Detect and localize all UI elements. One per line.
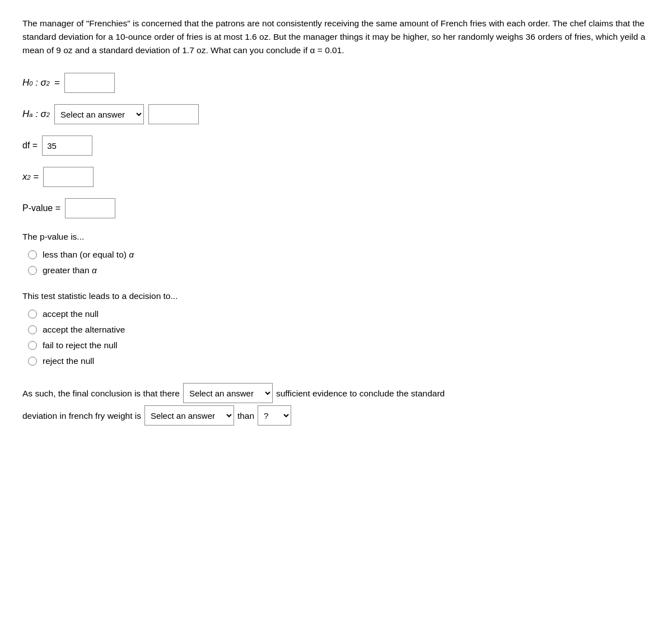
- pvalue-label: P-value =: [22, 203, 60, 213]
- decision-question-label: This test statistic leads to a decision …: [22, 291, 650, 301]
- decision-option-reject-null[interactable]: reject the null: [28, 356, 650, 366]
- conclusion-middle: sufficient evidence to conclude the stan…: [276, 385, 445, 402]
- decision-fail-reject-label: fail to reject the null: [43, 340, 118, 350]
- ha-row: Ha : σ2 Select an answer < > ≠ = ≤ ≥: [22, 104, 650, 124]
- decision-option-accept-alt[interactable]: accept the alternative: [28, 325, 650, 335]
- ha-value-input[interactable]: [148, 104, 199, 124]
- chi-row: x2 =: [22, 167, 650, 187]
- conclusion-section: As such, the final conclusion is that th…: [22, 383, 650, 426]
- decision-reject-null-label: reject the null: [43, 356, 94, 366]
- h0-H: H: [22, 77, 29, 88]
- pvalue-radio-greater[interactable]: [28, 266, 37, 275]
- pvalue-less-label: less than (or equal to) α: [43, 250, 134, 260]
- pvalue-greater-label: greater than α: [43, 265, 97, 275]
- conclusion-select-2[interactable]: Select an answer greater less equal: [144, 405, 234, 426]
- decision-radio-fail-reject[interactable]: [28, 341, 37, 350]
- h0-value-input[interactable]: [64, 73, 115, 93]
- conclusion-prefix: As such, the final conclusion is that th…: [22, 385, 180, 402]
- chi-label: x2 =: [22, 171, 39, 183]
- conclusion-select-3[interactable]: ? 1.6 0.01 9 1.7: [258, 405, 291, 426]
- h0-row: H0 : σ2 =: [22, 73, 650, 93]
- pvalue-question-label: The p-value is...: [22, 232, 650, 242]
- ha-comparison-select[interactable]: Select an answer < > ≠ = ≤ ≥: [54, 104, 144, 124]
- df-value-input[interactable]: [42, 135, 92, 156]
- pvalue-option-less[interactable]: less than (or equal to) α: [28, 250, 650, 260]
- conclusion-than-label: than: [237, 407, 254, 424]
- df-label: df =: [22, 141, 38, 151]
- intro-paragraph: The manager of "Frenchies" is concerned …: [22, 17, 650, 57]
- pvalue-radio-group: less than (or equal to) α greater than α: [28, 250, 650, 275]
- ha-superscript: 2: [46, 111, 50, 118]
- decision-radio-reject-null[interactable]: [28, 357, 37, 366]
- conclusion-select-1[interactable]: Select an answer is is not: [183, 383, 273, 403]
- df-row: df =: [22, 135, 650, 156]
- decision-accept-alt-label: accept the alternative: [43, 325, 125, 335]
- decision-accept-null-label: accept the null: [43, 309, 99, 319]
- pvalue-radio-less[interactable]: [28, 250, 37, 259]
- h0-equals: =: [54, 77, 60, 88]
- decision-section: This test statistic leads to a decision …: [22, 291, 650, 366]
- conclusion-line2-prefix: deviation in french fry weight is: [22, 407, 141, 424]
- decision-option-fail-reject[interactable]: fail to reject the null: [28, 340, 650, 350]
- pvalue-row: P-value =: [22, 198, 650, 218]
- decision-radio-accept-alt[interactable]: [28, 325, 37, 334]
- conclusion-row-1: As such, the final conclusion is that th…: [22, 383, 650, 403]
- decision-radio-accept-null[interactable]: [28, 310, 37, 319]
- pvalue-input[interactable]: [65, 198, 115, 218]
- chi-value-input[interactable]: [43, 167, 94, 187]
- h0-label: H0 : σ2: [22, 77, 50, 88]
- decision-radio-group: accept the null accept the alternative f…: [28, 309, 650, 366]
- h0-superscript: 2: [46, 80, 50, 87]
- ha-label: Ha : σ2: [22, 109, 50, 120]
- pvalue-question-section: The p-value is... less than (or equal to…: [22, 232, 650, 275]
- decision-option-accept-null[interactable]: accept the null: [28, 309, 650, 319]
- pvalue-option-greater[interactable]: greater than α: [28, 265, 650, 275]
- conclusion-row-2: deviation in french fry weight is Select…: [22, 405, 650, 426]
